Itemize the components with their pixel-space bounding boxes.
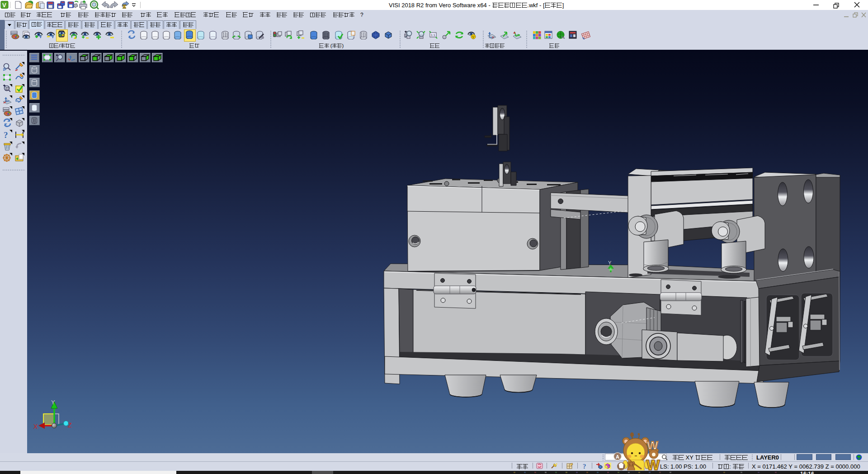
svg-text:Y: Y: [608, 260, 612, 265]
svg-text:Y: Y: [51, 399, 55, 406]
svg-text:X: X: [33, 423, 38, 430]
svg-text:V: V: [2, 2, 6, 9]
svg-text:1:1: 1:1: [431, 33, 435, 37]
svg-text:Z: Z: [68, 422, 72, 429]
svg-text:?: ?: [4, 130, 8, 140]
svg-text:?: ?: [583, 463, 586, 469]
svg-text:W: W: [646, 457, 660, 470]
svg-text:A: A: [616, 454, 619, 460]
